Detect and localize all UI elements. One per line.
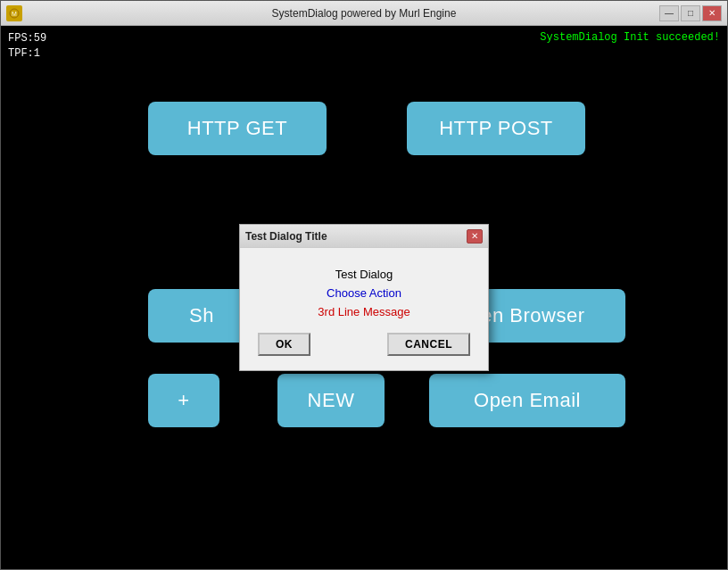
- titlebar-left: M: [6, 5, 22, 21]
- app-icon: M: [6, 5, 22, 21]
- dialog-titlebar: Test Dialog Title ✕: [240, 225, 488, 248]
- dialog-message-line2: Choose Action: [318, 285, 410, 303]
- dialog-title: Test Dialog Title: [245, 230, 327, 243]
- fps-value: FPS:59: [8, 31, 46, 46]
- window-controls: — □ ✕: [659, 5, 722, 21]
- dialog-ok-button[interactable]: OK: [258, 333, 310, 356]
- dialog-buttons: OK CANCEL: [254, 333, 474, 356]
- maximize-button[interactable]: □: [681, 5, 700, 21]
- dialog-message: Test Dialog Choose Action 3rd Line Messa…: [318, 266, 410, 321]
- dialog-close-button[interactable]: ✕: [467, 229, 483, 244]
- http-get-button[interactable]: HTTP GET: [148, 102, 327, 155]
- close-button[interactable]: ✕: [702, 5, 722, 21]
- status-text: SystemDialog Init succeeded!: [540, 31, 720, 44]
- app-content: FPS:59 TPF:1 SystemDialog Init succeeded…: [1, 26, 727, 569]
- http-post-button[interactable]: HTTP POST: [407, 102, 585, 155]
- fps-display: FPS:59 TPF:1: [8, 31, 46, 62]
- dialog-message-line1: Test Dialog: [318, 266, 410, 285]
- open-email-button[interactable]: Open Email: [429, 374, 625, 427]
- tpf-value: TPF:1: [8, 46, 46, 62]
- new-button[interactable]: NEW: [277, 374, 385, 427]
- titlebar: M SystemDialog powered by Murl Engine — …: [1, 1, 727, 26]
- plus-button[interactable]: +: [148, 374, 219, 427]
- minimize-button[interactable]: —: [659, 5, 679, 21]
- svg-text:M: M: [12, 11, 17, 17]
- dialog-cancel-button[interactable]: CANCEL: [387, 333, 470, 356]
- dialog: Test Dialog Title ✕ Test Dialog Choose A…: [239, 224, 489, 370]
- main-window: M SystemDialog powered by Murl Engine — …: [0, 0, 728, 570]
- dialog-message-line3: 3rd Line Message: [318, 303, 410, 322]
- dialog-body: Test Dialog Choose Action 3rd Line Messa…: [240, 248, 488, 369]
- window-title: SystemDialog powered by Murl Engine: [272, 7, 457, 20]
